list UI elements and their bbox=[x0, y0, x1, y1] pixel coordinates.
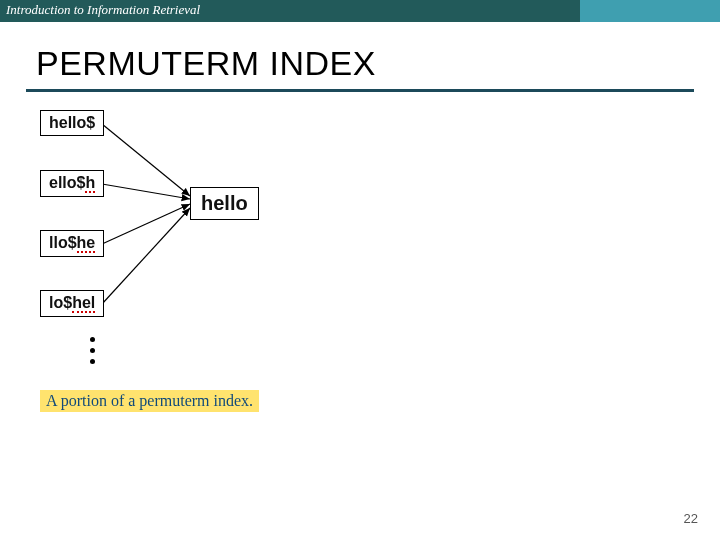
slide-title: PERMUTERM INDEX bbox=[36, 44, 720, 83]
rotation-text: lo$ bbox=[49, 294, 72, 311]
rotation-node: ello$h bbox=[40, 170, 104, 197]
ellipsis-dots bbox=[90, 337, 95, 364]
permuterm-diagram: hello$ ello$h llo$he lo$hel hello A port… bbox=[0, 92, 720, 452]
page-number: 22 bbox=[684, 511, 698, 526]
course-title: Introduction to Information Retrieval bbox=[6, 2, 200, 18]
rotation-text: hello$ bbox=[49, 114, 95, 131]
target-term: hello bbox=[201, 192, 248, 214]
svg-line-3 bbox=[102, 208, 190, 304]
rotation-node: lo$hel bbox=[40, 290, 104, 317]
rotation-node: llo$he bbox=[40, 230, 104, 257]
svg-line-2 bbox=[102, 204, 190, 244]
rotation-marked: he bbox=[77, 235, 96, 253]
rotation-node: hello$ bbox=[40, 110, 104, 136]
svg-line-1 bbox=[102, 184, 190, 199]
rotation-marked: h bbox=[85, 175, 95, 193]
target-term-node: hello bbox=[190, 187, 259, 220]
header-bar: Introduction to Information Retrieval bbox=[0, 0, 720, 22]
svg-line-0 bbox=[102, 124, 190, 196]
diagram-caption: A portion of a permuterm index. bbox=[40, 390, 259, 412]
rotation-text: ello$ bbox=[49, 174, 85, 191]
rotation-marked: hel bbox=[72, 295, 95, 313]
rotation-text: llo$ bbox=[49, 234, 77, 251]
